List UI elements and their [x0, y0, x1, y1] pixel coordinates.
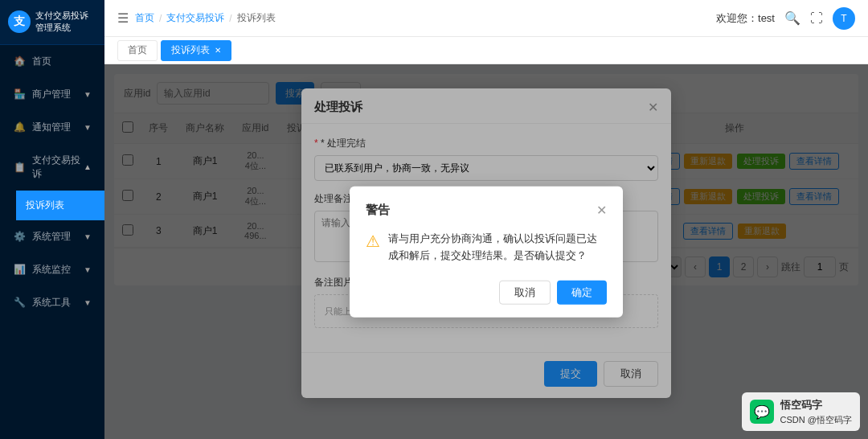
breadcrumb-sep1: /: [159, 13, 162, 24]
sidebar-item-notification[interactable]: 🔔 通知管理 ▼: [0, 111, 104, 144]
sidebar-item-sysmonitor[interactable]: 📊 系统监控 ▼: [0, 253, 104, 286]
logo-icon: 支: [8, 10, 31, 33]
sidebar-complaint-list-label: 投诉列表: [26, 199, 64, 212]
content-area: 应用id 搜索 重置 序号 商户名称 应用id 投诉单号 投诉时: [104, 64, 868, 439]
wechat-icon: 💬: [750, 400, 774, 424]
sidebar-complaint-label: 支付交易投诉: [32, 154, 84, 181]
breadcrumb: 首页 / 支付交易投诉 / 投诉列表: [135, 11, 276, 25]
complaint-icon: 📋: [13, 161, 26, 174]
chevron-down-icon: ▼: [84, 90, 92, 99]
alert-cancel-btn[interactable]: 取消: [499, 280, 551, 304]
sidebar-item-complaint[interactable]: 📋 支付交易投诉 ▲: [0, 144, 104, 191]
watermark-brand: 悟空码字: [780, 399, 822, 411]
sidebar-home-label: 首页: [32, 55, 51, 68]
sidebar-notification-label: 通知管理: [32, 121, 71, 134]
chevron-down-icon4: ▼: [84, 265, 92, 274]
avatar[interactable]: T: [833, 7, 855, 30]
sidebar: 支 支付交易投诉管理系统 🏠 首页 🏪 商户管理 ▼ 🔔 通知管理 ▼ 📋 支付…: [0, 0, 104, 439]
header-left: ☰ 首页 / 支付交易投诉 / 投诉列表: [117, 10, 276, 26]
warning-icon: ⚠: [366, 232, 380, 251]
sidebar-item-merchant[interactable]: 🏪 商户管理 ▼: [0, 78, 104, 111]
sidebar-sub-menu: 投诉列表: [0, 191, 104, 220]
tab-close-icon[interactable]: ✕: [215, 46, 221, 55]
alert-body: ⚠ 请与用户充分协商沟通，确认以投诉问题已达成和解后，提交处理结果。是否确认提交…: [366, 231, 607, 265]
sidebar-item-sysmanage[interactable]: ⚙️ 系统管理 ▼: [0, 220, 104, 253]
chevron-down-icon3: ▼: [84, 232, 92, 241]
sidebar-menu: 🏠 首页 🏪 商户管理 ▼ 🔔 通知管理 ▼ 📋 支付交易投诉 ▲ 投诉列表: [0, 45, 104, 439]
watermark-text: 悟空码字 CSDN @悟空码字: [780, 397, 852, 426]
alert-dialog: 警告 ✕ ⚠ 请与用户充分协商沟通，确认以投诉问题已达成和解后，提交处理结果。是…: [350, 187, 623, 318]
breadcrumb-level2: 投诉列表: [237, 11, 276, 25]
sysmonitor-icon: 📊: [13, 263, 26, 276]
sidebar-sysmanage-label: 系统管理: [32, 230, 71, 244]
tabs-bar: 首页 投诉列表 ✕: [104, 37, 868, 64]
logo-text: 支付交易投诉管理系统: [35, 10, 96, 35]
header: ☰ 首页 / 支付交易投诉 / 投诉列表 欢迎您：test 🔍 ⛶ T: [104, 0, 868, 37]
alert-close-icon[interactable]: ✕: [596, 203, 607, 218]
sidebar-logo: 支 支付交易投诉管理系统: [0, 0, 104, 45]
merchant-icon: 🏪: [13, 88, 26, 101]
breadcrumb-home[interactable]: 首页: [135, 11, 154, 25]
watermark: 💬 悟空码字 CSDN @悟空码字: [742, 392, 860, 431]
notification-icon: 🔔: [13, 121, 26, 133]
sidebar-sysmonitor-label: 系统监控: [32, 263, 71, 277]
home-icon: 🏠: [13, 55, 26, 68]
sidebar-systool-label: 系统工具: [32, 296, 71, 310]
alert-message: 请与用户充分协商沟通，确认以投诉问题已达成和解后，提交处理结果。是否确认提交？: [388, 231, 607, 265]
sidebar-item-home[interactable]: 🏠 首页: [0, 45, 104, 78]
tab-complaint-list-label: 投诉列表: [171, 43, 210, 57]
tab-home[interactable]: 首页: [117, 40, 158, 61]
breadcrumb-sep2: /: [229, 13, 231, 24]
alert-header: 警告 ✕: [366, 203, 607, 218]
alert-footer: 取消 确定: [366, 280, 607, 304]
search-icon[interactable]: 🔍: [784, 10, 800, 26]
watermark-sub: CSDN @悟空码字: [780, 415, 852, 425]
tab-complaint-list[interactable]: 投诉列表 ✕: [161, 40, 231, 61]
chevron-down-icon5: ▼: [84, 298, 92, 307]
sidebar-merchant-label: 商户管理: [32, 88, 71, 101]
alert-title: 警告: [366, 203, 390, 218]
sidebar-item-systool[interactable]: 🔧 系统工具 ▼: [0, 286, 104, 319]
tab-home-label: 首页: [128, 43, 147, 57]
menu-toggle-icon[interactable]: ☰: [117, 10, 129, 26]
welcome-text: 欢迎您：test: [716, 11, 775, 26]
chevron-up-icon: ▲: [84, 162, 92, 171]
main-content: ☰ 首页 / 支付交易投诉 / 投诉列表 欢迎您：test 🔍 ⛶ T 首页: [104, 0, 868, 439]
sidebar-item-complaint-list[interactable]: 投诉列表: [16, 191, 104, 220]
sysmanage-icon: ⚙️: [13, 230, 26, 243]
header-right: 欢迎您：test 🔍 ⛶ T: [716, 7, 855, 30]
systool-icon: 🔧: [13, 296, 26, 309]
alert-confirm-btn[interactable]: 确定: [557, 280, 607, 304]
fullscreen-icon[interactable]: ⛶: [810, 11, 823, 26]
breadcrumb-level1[interactable]: 支付交易投诉: [166, 11, 224, 25]
chevron-down-icon2: ▼: [84, 123, 92, 132]
